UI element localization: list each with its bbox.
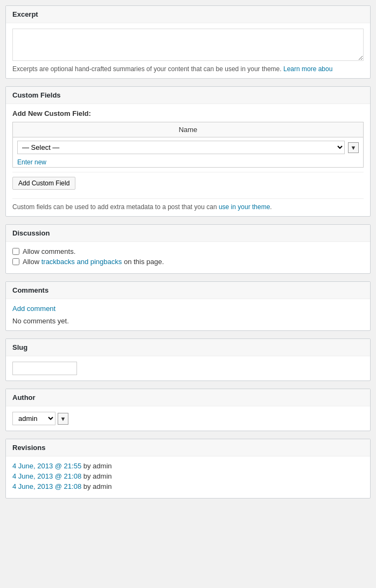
cf-select-arrow-icon[interactable]: ▼	[348, 142, 359, 153]
discussion-title: Discussion	[6, 225, 370, 242]
revision-link-0[interactable]: 4 June, 2013 @ 21:55	[12, 462, 81, 470]
custom-fields-table: Name — Select — ▼ Enter new	[12, 122, 364, 168]
author-box: Author admin ▼	[5, 389, 371, 431]
no-comments-text: No comments yet.	[12, 317, 364, 325]
comments-content: Add comment No comments yet.	[6, 299, 370, 330]
cf-name-select[interactable]: — Select —	[17, 141, 345, 154]
custom-fields-content: Add New Custom Field: Name — Select — ▼	[6, 104, 370, 216]
author-select-wrap: admin ▼	[12, 412, 364, 425]
excerpt-title: Excerpt	[6, 6, 370, 23]
slug-input[interactable]	[12, 362, 77, 375]
cf-select-row: — Select — ▼	[13, 137, 363, 157]
comments-box: Comments Add comment No comments yet.	[5, 281, 371, 331]
trackbacks-link[interactable]: trackbacks and pingbacks	[41, 258, 122, 266]
excerpt-box: Excerpt Excerpts are optional hand-craft…	[5, 5, 371, 79]
revision-row-1: 4 June, 2013 @ 21:08 by admin	[12, 472, 364, 480]
slug-title: Slug	[6, 339, 370, 356]
cf-enter-new-link[interactable]: Enter new	[13, 157, 363, 167]
author-content: admin ▼	[6, 406, 370, 431]
excerpt-learn-more-link[interactable]: Learn more abou	[283, 65, 332, 73]
allow-trackbacks-checkbox[interactable]	[12, 258, 19, 265]
author-title: Author	[6, 389, 370, 406]
author-arrow-icon[interactable]: ▼	[58, 413, 68, 425]
allow-trackbacks-label: Allow trackbacks and pingbacks on this p…	[23, 258, 164, 266]
allow-comments-checkbox[interactable]	[12, 248, 19, 255]
revision-by-2: by admin	[83, 482, 112, 490]
revisions-title: Revisions	[6, 439, 370, 456]
discussion-box: Discussion Allow comments. Allow trackba…	[5, 224, 371, 274]
revision-by-0: by admin	[83, 462, 112, 470]
discussion-content: Allow comments. Allow trackbacks and pin…	[6, 242, 370, 273]
author-select[interactable]: admin	[12, 412, 55, 425]
revision-link-2[interactable]: 4 June, 2013 @ 21:08	[12, 482, 81, 490]
revision-row-2: 4 June, 2013 @ 21:08 by admin	[12, 482, 364, 490]
revisions-content: 4 June, 2013 @ 21:55 by admin 4 June, 20…	[6, 456, 370, 498]
excerpt-content: Excerpts are optional hand-crafted summa…	[6, 23, 370, 78]
slug-content	[6, 356, 370, 381]
custom-fields-add-label: Add New Custom Field:	[12, 109, 364, 117]
cf-note: Custom fields can be used to add extra m…	[12, 203, 364, 211]
add-custom-field-button[interactable]: Add Custom Field	[12, 177, 75, 190]
revision-by-1: by admin	[83, 472, 112, 480]
comments-title: Comments	[6, 282, 370, 299]
revisions-box: Revisions 4 June, 2013 @ 21:55 by admin …	[5, 439, 371, 499]
allow-comments-label: Allow comments.	[23, 247, 75, 255]
revision-row-0: 4 June, 2013 @ 21:55 by admin	[12, 462, 364, 470]
allow-trackbacks-row: Allow trackbacks and pingbacks on this p…	[12, 258, 364, 266]
excerpt-textarea[interactable]	[12, 29, 364, 61]
add-comment-link[interactable]: Add comment	[12, 305, 364, 313]
custom-fields-box: Custom Fields Add New Custom Field: Name…	[5, 86, 371, 217]
cf-use-in-theme-link[interactable]: use in your theme	[219, 203, 270, 211]
cf-divider	[12, 172, 364, 172]
cf-divider2	[12, 198, 364, 199]
cf-name-header: Name	[13, 122, 364, 137]
custom-fields-title: Custom Fields	[6, 87, 370, 104]
excerpt-note: Excerpts are optional hand-crafted summa…	[12, 65, 364, 73]
allow-comments-row: Allow comments.	[12, 247, 364, 255]
revision-link-1[interactable]: 4 June, 2013 @ 21:08	[12, 472, 81, 480]
slug-box: Slug	[5, 338, 371, 381]
